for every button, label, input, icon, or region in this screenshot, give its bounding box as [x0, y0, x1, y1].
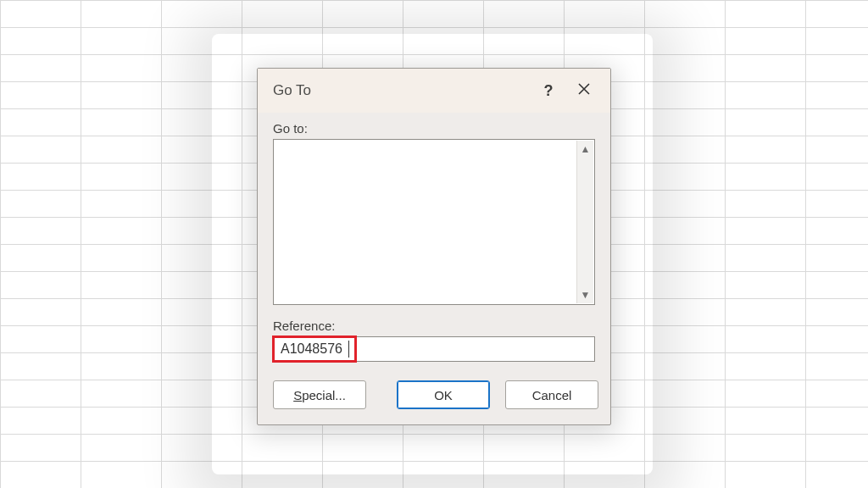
- cancel-button-label: Cancel: [532, 388, 572, 402]
- special-button-rest: pecial...: [302, 388, 346, 402]
- close-button[interactable]: [566, 75, 602, 107]
- special-button-accel: S: [293, 388, 302, 402]
- goto-dialog: Go To ? Go to: ▲ ▼ Reference:: [257, 68, 611, 425]
- reference-input[interactable]: [274, 337, 594, 361]
- reference-label-rest: eference:: [282, 319, 336, 333]
- reference-label-underline: R: [273, 319, 282, 333]
- goto-list-label: Go to:: [273, 121, 595, 136]
- ok-button-label: OK: [434, 388, 453, 402]
- ok-button[interactable]: OK: [397, 380, 490, 409]
- close-icon: [577, 82, 591, 100]
- dialog-button-row: Special... OK Cancel: [273, 380, 595, 409]
- dialog-body: Go to: ▲ ▼ Reference: Special...: [258, 113, 610, 424]
- reference-input-wrap: [273, 336, 595, 362]
- help-icon: ?: [544, 82, 554, 100]
- scroll-down-icon: ▼: [581, 290, 591, 300]
- listbox-scrollbar[interactable]: ▲ ▼: [576, 141, 593, 303]
- help-button[interactable]: ?: [531, 75, 566, 107]
- reference-section: Reference:: [273, 319, 595, 362]
- goto-listbox-inner: [275, 141, 576, 303]
- cancel-button[interactable]: Cancel: [505, 380, 598, 409]
- special-button[interactable]: Special...: [273, 380, 366, 409]
- goto-listbox[interactable]: ▲ ▼: [273, 139, 595, 305]
- reference-label: Reference:: [273, 319, 595, 333]
- scroll-up-icon: ▲: [581, 144, 591, 154]
- dialog-titlebar: Go To ?: [258, 69, 610, 113]
- dialog-title: Go To: [273, 82, 531, 99]
- text-caret: [348, 341, 349, 358]
